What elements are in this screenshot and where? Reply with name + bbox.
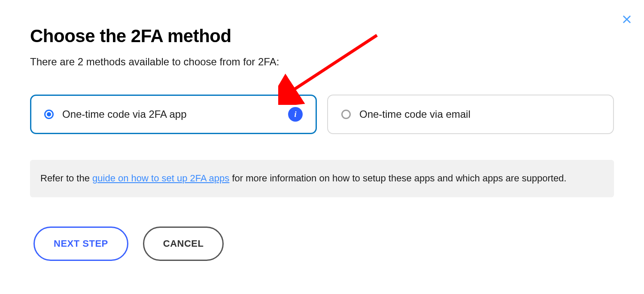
option-email[interactable]: One-time code via email bbox=[327, 95, 614, 134]
page-title: Choose the 2FA method bbox=[30, 26, 614, 46]
option-2fa-app[interactable]: One-time code via 2FA app i bbox=[30, 95, 317, 134]
radio-selected-icon bbox=[44, 110, 54, 119]
info-prefix: Refer to the bbox=[40, 173, 92, 184]
cancel-button[interactable]: Cancel bbox=[143, 227, 224, 261]
method-options: One-time code via 2FA app i One-time cod… bbox=[30, 95, 614, 134]
info-icon[interactable]: i bbox=[288, 107, 303, 122]
info-suffix: for more information on how to setup the… bbox=[229, 173, 566, 184]
option-2fa-app-label: One-time code via 2FA app bbox=[62, 108, 288, 120]
guide-link[interactable]: guide on how to set up 2FA apps bbox=[92, 173, 229, 184]
dialog-actions: Next Step Cancel bbox=[33, 227, 614, 261]
info-banner: Refer to the guide on how to set up 2FA … bbox=[30, 160, 614, 197]
radio-unselected-icon bbox=[341, 110, 351, 119]
page-subtitle: There are 2 methods available to choose … bbox=[30, 56, 614, 68]
dialog-content: Choose the 2FA method There are 2 method… bbox=[0, 0, 644, 287]
next-step-button[interactable]: Next Step bbox=[33, 227, 128, 261]
option-email-label: One-time code via email bbox=[359, 108, 600, 120]
